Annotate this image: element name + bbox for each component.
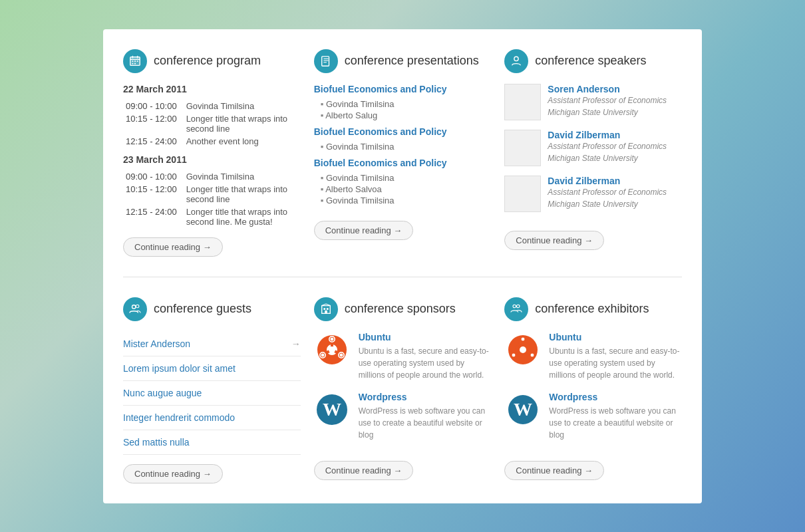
program-panel: conference program 22 March 2011 09:00 -… (123, 49, 301, 257)
svg-point-46 (520, 346, 526, 353)
sponsors-header: conference sponsors (314, 297, 492, 321)
svg-point-40 (517, 305, 520, 308)
speakers-icon (504, 49, 528, 73)
guest-item-4[interactable]: Sed mattis nulla (123, 430, 301, 455)
speaker-title-2: Assistant Professor of Economics Michiga… (548, 186, 667, 210)
speaker-photo-0 (504, 84, 541, 120)
svg-rect-10 (321, 56, 329, 65)
guest-item-0[interactable]: Mister Anderson → (123, 332, 301, 356)
calendar-icon (129, 55, 141, 67)
sponsors-continue-btn[interactable]: Continue reading → (314, 461, 414, 480)
list-item: Govinda Timilsina (321, 98, 492, 110)
guest-name-2[interactable]: Nunc augue augue (123, 388, 202, 398)
presentation-title-0[interactable]: Biofuel Economics and Policy (314, 84, 492, 94)
section-divider (123, 277, 682, 277)
sponsor-item-0: Ubuntu Ubuntu is a fast, secure and easy… (314, 332, 492, 381)
exhibitor-desc-1: WordPress is web software you can use to… (549, 405, 682, 441)
sponsor-item-1: W Wordpress WordPress is web software yo… (314, 392, 492, 441)
desc-2-0: Govinda Timilsina (184, 170, 301, 183)
guest-item-1[interactable]: Lorem ipsum dolor sit amet (123, 356, 301, 381)
speaker-name-1[interactable]: David Zilberman (548, 130, 667, 140)
ubuntu-logo-0 (314, 332, 351, 368)
presentations-panel: conference presentations Biofuel Economi… (314, 49, 492, 257)
presentation-item-0: Biofuel Economics and Policy Govinda Tim… (314, 84, 492, 121)
speakers-panel: conference speakers Soren Anderson Assis… (504, 49, 682, 257)
sponsors-title: conference sponsors (345, 302, 456, 316)
sponsor-desc-0: Ubuntu is a fast, secure and easy-to-use… (359, 345, 492, 381)
exhibitor-info-0: Ubuntu Ubuntu is a fast, secure and easy… (549, 332, 682, 381)
ubuntu-svg-0 (315, 333, 349, 366)
svg-point-34 (339, 353, 343, 357)
presenter-list-1: Govinda Timilsina (314, 141, 492, 152)
time-2-0: 09:00 - 10:00 (123, 170, 184, 183)
exhibitors-continue-btn[interactable]: Continue reading → (504, 461, 604, 480)
exhibitor-info-1: Wordpress WordPress is web software you … (549, 392, 682, 441)
guest-name-1[interactable]: Lorem ipsum dolor sit amet (123, 363, 236, 374)
date-1-label: 22 March 2011 (123, 84, 301, 94)
speaker-name-0[interactable]: Soren Anderson (548, 84, 667, 94)
exhibitor-name-1[interactable]: Wordpress (549, 392, 682, 402)
presentations-title: conference presentations (345, 54, 479, 68)
speaker-info-0: Soren Anderson Assistant Professor of Ec… (548, 84, 667, 118)
program-continue-btn[interactable]: Continue reading → (123, 237, 223, 257)
exhibitor-name-0[interactable]: Ubuntu (549, 332, 682, 342)
exhibitors-title: conference exhibitors (535, 302, 649, 316)
svg-point-48 (530, 353, 534, 357)
sponsor-desc-1: WordPress is web software you can use to… (359, 405, 492, 441)
guests-header: conference guests (123, 297, 301, 321)
svg-point-33 (330, 337, 334, 341)
program-header: conference program (123, 49, 301, 73)
sponsor-name-1[interactable]: Wordpress (359, 392, 492, 402)
sponsor-info-0: Ubuntu Ubuntu is a fast, secure and easy… (359, 332, 492, 381)
guest-item-2[interactable]: Nunc augue augue (123, 381, 301, 406)
wordpress-logo-0: W (314, 392, 351, 428)
main-container: conference program 22 March 2011 09:00 -… (103, 29, 702, 503)
guest-name-0[interactable]: Mister Anderson (123, 338, 190, 349)
ubuntu-logo-exhibitor (504, 332, 541, 368)
speaker-photo-1 (504, 130, 541, 166)
time-2-1: 10:15 - 12:00 (123, 183, 184, 205)
presentation-title-1[interactable]: Biofuel Economics and Policy (314, 126, 492, 137)
list-item: Govinda Timilsina (321, 195, 492, 206)
person-icon (510, 55, 522, 67)
svg-point-47 (521, 337, 525, 341)
guest-name-4[interactable]: Sed mattis nulla (123, 437, 190, 448)
guests-continue-btn[interactable]: Continue reading → (123, 464, 223, 483)
list-item: Alberto Salug (321, 110, 492, 121)
svg-point-35 (321, 353, 325, 357)
guest-arrow-0: → (291, 338, 301, 349)
program-date-2: 23 March 2011 09:00 - 10:00 Govinda Timi… (123, 154, 301, 228)
svg-rect-19 (327, 308, 329, 310)
speaker-item-2: David Zilberman Assistant Professor of E… (504, 176, 682, 212)
table-row: 09:00 - 10:00 Govinda Timilsina (123, 100, 301, 112)
desc-1-2: Another event long (184, 135, 301, 148)
guests-person-icon (129, 303, 141, 315)
table-row: 12:15 - 24:00 Another event long (123, 135, 301, 148)
guest-name-3[interactable]: Integer hendrerit commodo (123, 412, 235, 423)
speakers-title: conference speakers (535, 54, 646, 68)
presentation-title-2[interactable]: Biofuel Economics and Policy (314, 158, 492, 168)
ubuntu-svg-exhibitor (506, 333, 540, 366)
desc-2-2: Longer title that wraps into second line… (184, 205, 301, 228)
speaker-name-2[interactable]: David Zilberman (548, 176, 667, 186)
svg-point-32 (329, 346, 335, 353)
sponsor-name-0[interactable]: Ubuntu (359, 332, 492, 342)
exhibitors-header: conference exhibitors (504, 297, 682, 321)
presentation-item-1: Biofuel Economics and Policy Govinda Tim… (314, 126, 492, 152)
time-2-2: 12:15 - 24:00 (123, 205, 184, 228)
svg-rect-18 (323, 308, 325, 310)
guests-icon (123, 297, 147, 321)
svg-rect-8 (132, 63, 134, 64)
program-date-1: 22 March 2011 09:00 - 10:00 Govinda Timi… (123, 84, 301, 148)
svg-rect-9 (134, 63, 136, 64)
speakers-continue-btn[interactable]: Continue reading → (504, 231, 604, 250)
presenter-list-0: Govinda Timilsina Alberto Salug (314, 98, 492, 121)
time-1-1: 10:15 - 12:00 (123, 112, 184, 135)
guest-item-3[interactable]: Integer hendrerit commodo (123, 406, 301, 430)
wordpress-svg-0: W (315, 393, 349, 426)
presentations-header: conference presentations (314, 49, 492, 73)
speaker-info-2: David Zilberman Assistant Professor of E… (548, 176, 667, 210)
presentations-continue-btn[interactable]: Continue reading → (314, 221, 414, 240)
speaker-item-0: Soren Anderson Assistant Professor of Ec… (504, 84, 682, 120)
sponsor-info-1: Wordpress WordPress is web software you … (359, 392, 492, 441)
